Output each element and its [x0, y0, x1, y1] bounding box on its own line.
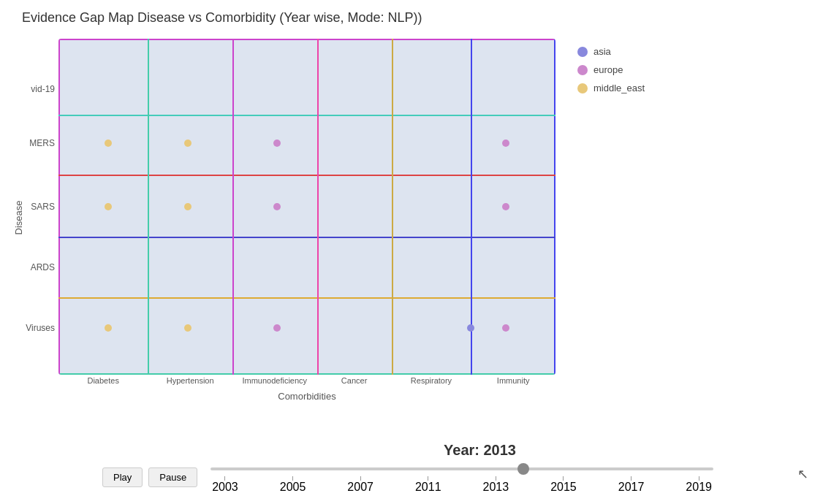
- x-label-cancer: Cancer: [317, 376, 392, 385]
- x-labels: Diabetes Hypertension Immunodeficiency C…: [58, 376, 555, 385]
- tick-2013: 2013: [483, 476, 509, 494]
- legend-dot-middleeast: [577, 83, 588, 93]
- y-label-covid19: vid-19: [31, 84, 55, 94]
- x-label-immunity: Immunity: [471, 376, 555, 385]
- legend-dot-europe: [577, 65, 588, 75]
- col-line-1: [148, 39, 149, 375]
- dot-sars-diabetes-middleeast: [105, 203, 112, 210]
- border-right: [554, 39, 555, 375]
- legend-item-asia: asia: [577, 46, 645, 57]
- x-label-hypertension: Hypertension: [148, 376, 232, 385]
- page-container: Evidence Gap Map Disease vs Comorbidity …: [0, 0, 823, 504]
- slider-ticks: 2003 2005 2007 2011: [211, 476, 713, 494]
- legend: asia europe middle_east: [577, 31, 645, 404]
- tick-label-2011: 2011: [415, 481, 441, 494]
- col-line-4: [392, 39, 393, 375]
- y-labels: vid-19 MERS SARS ARDS Viruses: [22, 39, 58, 375]
- bottom-section: Year: 2013 Play Pause 2003 2005: [0, 442, 823, 504]
- tick-label-2007: 2007: [347, 481, 373, 494]
- chart-wrapper: Disease vid-19 MERS SARS ARDS Viruses: [22, 31, 563, 404]
- tick-2015: 2015: [550, 476, 577, 494]
- cursor-icon: ↖: [797, 466, 808, 482]
- tick-label-2019: 2019: [686, 481, 712, 494]
- tick-2007: 2007: [347, 476, 373, 494]
- dot-viruses-hypertension-middleeast: [184, 324, 191, 332]
- border-top: [58, 39, 555, 40]
- col-line-2: [232, 39, 234, 375]
- row-line-2: [58, 175, 555, 176]
- y-label-mers: MERS: [29, 138, 55, 148]
- tick-2017: 2017: [618, 476, 645, 494]
- tick-2005: 2005: [280, 476, 306, 494]
- y-label-ards: ARDS: [31, 262, 55, 272]
- dot-sars-immunodeficiency-europe: [273, 203, 281, 210]
- dot-viruses-respiratory-asia: [467, 324, 474, 332]
- dot-mers-immunodeficiency-europe: [273, 140, 281, 147]
- slider-container: 2003 2005 2007 2011: [211, 460, 713, 494]
- col-line-3: [317, 39, 319, 375]
- border-left: [58, 39, 60, 375]
- chart-area: Disease vid-19 MERS SARS ARDS Viruses: [0, 31, 823, 404]
- dot-viruses-immunodeficiency-europe: [273, 324, 281, 332]
- dot-viruses-diabetes-middleeast: [105, 324, 112, 332]
- dot-sars-hypertension-middleeast: [184, 203, 191, 210]
- row-line-4: [58, 297, 555, 299]
- y-label-sars: SARS: [31, 202, 55, 212]
- tick-2019: 2019: [686, 476, 712, 494]
- x-label-diabetes: Diabetes: [58, 376, 148, 385]
- x-label-respiratory: Respiratory: [392, 376, 471, 385]
- dot-viruses-immunity-europe: [502, 324, 509, 332]
- year-slider[interactable]: [211, 467, 713, 470]
- legend-label-asia: asia: [593, 46, 611, 57]
- row-line-3: [58, 237, 555, 238]
- legend-label-middleeast: middle_east: [593, 83, 645, 93]
- tick-2003: 2003: [212, 476, 238, 494]
- tick-label-2015: 2015: [550, 481, 577, 494]
- pause-button[interactable]: Pause: [148, 467, 197, 487]
- play-button[interactable]: Play: [102, 467, 143, 487]
- legend-item-middleeast: middle_east: [577, 83, 645, 93]
- row-line-1: [58, 115, 555, 116]
- tick-label-2003: 2003: [212, 481, 238, 494]
- chart-title: Evidence Gap Map Disease vs Comorbidity …: [0, 0, 823, 31]
- year-display: Year: 2013: [0, 442, 823, 459]
- tick-label-2017: 2017: [618, 481, 645, 494]
- tick-label-2005: 2005: [280, 481, 306, 494]
- legend-item-europe: europe: [577, 64, 645, 75]
- border-bottom: [58, 373, 555, 375]
- legend-dot-asia: [577, 47, 588, 57]
- x-axis-title: Comorbidities: [58, 391, 555, 402]
- controls-row: Play Pause 2003 2005 2007: [0, 460, 823, 494]
- dot-sars-immunity-europe: [502, 203, 509, 210]
- chart-plot: [58, 39, 555, 375]
- dot-mers-immunity-europe: [502, 140, 509, 147]
- tick-label-2013: 2013: [483, 481, 509, 494]
- dot-mers-diabetes-middleeast: [105, 140, 112, 147]
- legend-label-europe: europe: [593, 64, 623, 75]
- x-label-immunodeficiency: Immunodeficiency: [232, 376, 317, 385]
- y-label-viruses: Viruses: [26, 323, 55, 333]
- dot-mers-hypertension-middleeast: [184, 140, 191, 147]
- tick-2011: 2011: [415, 476, 441, 494]
